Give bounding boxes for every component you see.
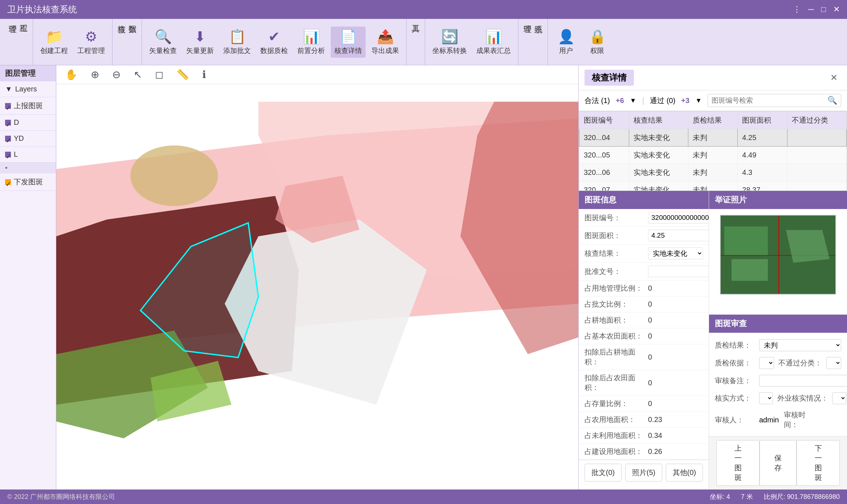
cell-check: 实地未变化 bbox=[629, 147, 688, 164]
check-details-button[interactable]: 📄 核查详情 bbox=[331, 26, 366, 58]
create-project-icon: 📁 bbox=[46, 29, 63, 45]
review-action-bar: 上一图斑 保存 下一图斑 bbox=[709, 436, 847, 489]
review-field-select[interactable] bbox=[832, 392, 846, 404]
title-bar: 卫片执法核查系统 ⋮ ─ □ ✕ bbox=[0, 0, 847, 19]
user-label: 用户 bbox=[559, 46, 573, 56]
filter2-dropdown-icon[interactable]: ▼ bbox=[695, 97, 702, 105]
table-row[interactable]: 320...04 实地未变化 未判 4.25 bbox=[579, 129, 847, 147]
prev-block-button[interactable]: 上一图斑 bbox=[716, 440, 760, 486]
batch-file-button[interactable]: 批文(0) bbox=[585, 464, 622, 482]
review-basis-select[interactable] bbox=[759, 357, 774, 369]
select-tool[interactable]: ↖ bbox=[131, 67, 145, 82]
pan-tool[interactable]: ✋ bbox=[62, 67, 81, 82]
form-field-7: 0 bbox=[648, 332, 703, 340]
map-area: ✋ ⊕ ⊖ ↖ ◻ 📏 ℹ bbox=[56, 65, 578, 489]
status-copyright: © 2022 广州都市圈网络科技有限公司 bbox=[7, 492, 115, 501]
next-block-button[interactable]: 下一图斑 bbox=[797, 440, 840, 486]
layer-checkbox-xiafa[interactable]: ✓ bbox=[5, 179, 11, 185]
result-table-button[interactable]: 📊 成果表汇总 bbox=[473, 26, 514, 58]
cell-area: 4.49 bbox=[738, 147, 787, 164]
add-batch-label: 添加批文 bbox=[223, 46, 251, 56]
form-buttons: 批文(0) 照片(5) 其他(0) bbox=[579, 460, 709, 485]
review-basis-row: 质检依据： 不通过分类： bbox=[715, 354, 841, 372]
form-field-1[interactable] bbox=[648, 230, 709, 241]
search-icon[interactable]: 🔍 bbox=[827, 96, 837, 105]
maximize-button[interactable]: □ bbox=[821, 5, 826, 14]
layer-item-yd[interactable]: ✓ YD bbox=[0, 131, 56, 147]
pre-analysis-button[interactable]: 📊 前置分析 bbox=[294, 26, 329, 58]
export-results-button[interactable]: 📤 导出成果 bbox=[368, 26, 403, 58]
cell-check: 实地未变化 bbox=[629, 181, 688, 191]
layer-checkbox-l[interactable]: ✓ bbox=[5, 152, 11, 157]
layer-checkbox-yd[interactable]: ✓ bbox=[5, 136, 11, 142]
add-batch-button[interactable]: 📋 添加批文 bbox=[220, 26, 254, 58]
map-canvas[interactable] bbox=[56, 84, 578, 489]
form-field-9: 0 bbox=[648, 379, 703, 387]
user-button[interactable]: 👤 用户 bbox=[551, 26, 581, 58]
form-field-12: 0.34 bbox=[648, 431, 703, 440]
other-button[interactable]: 其他(0) bbox=[666, 464, 703, 482]
zoom-out-tool[interactable]: ⊖ bbox=[109, 67, 123, 82]
layers-expand-icon[interactable]: ▼ bbox=[5, 85, 12, 93]
manage-project-button[interactable]: ⚙ 工程管理 bbox=[74, 26, 109, 58]
form-field-2[interactable]: 实地未变化 bbox=[648, 247, 703, 259]
table-row[interactable]: 320...06 实地未变化 未判 4.3 bbox=[579, 164, 847, 181]
minimize-button[interactable]: ─ bbox=[808, 5, 814, 14]
photo-thumbnail[interactable]: 红线标注区域 bbox=[720, 215, 836, 295]
form-row-8: 扣除后占耕地面积：0 bbox=[579, 344, 709, 370]
form-field-3[interactable] bbox=[648, 266, 709, 277]
layer-checkbox-d[interactable]: ✓ bbox=[5, 120, 11, 126]
form-field-6: 0 bbox=[648, 316, 703, 324]
check-details-close[interactable]: ✕ bbox=[827, 71, 841, 84]
layer-item-l[interactable]: ✓ L bbox=[0, 147, 56, 163]
result-table-label: 成果表汇总 bbox=[476, 46, 511, 56]
table-row[interactable]: 320...07 实地未变化 未判 28.37 bbox=[579, 181, 847, 191]
layer-item-xiafa[interactable]: ✓ 下发图斑 bbox=[0, 173, 56, 191]
form-label-2: 核查结果： bbox=[585, 249, 648, 258]
review-method-select[interactable] bbox=[759, 392, 773, 404]
cell-check: 实地未变化 bbox=[629, 164, 688, 181]
layer-item-shangbao[interactable]: ✓ 上报图斑 bbox=[0, 97, 56, 115]
form-field-5: 0 bbox=[648, 300, 703, 308]
vector-update-button[interactable]: ⬇ 矢量更新 bbox=[183, 26, 217, 58]
form-row-2: 核查结果：实地未变化 bbox=[579, 245, 709, 263]
review-panel-header: 图斑审查 bbox=[709, 315, 847, 333]
review-quality-select[interactable]: 未判 通过 不通过 bbox=[759, 339, 841, 351]
photo-button[interactable]: 照片(5) bbox=[625, 464, 662, 482]
layer-panel: 图层管理 ▼ Layers ✓ 上报图斑 ✓ D ✓ YD ✓ L • ✓ 下发… bbox=[0, 65, 56, 489]
check-details-label: 核查详情 bbox=[334, 46, 362, 56]
map-svg bbox=[56, 84, 578, 489]
data-quality-button[interactable]: ✔ 数据质检 bbox=[257, 26, 292, 58]
permission-button[interactable]: 🔒 权限 bbox=[583, 26, 612, 58]
toolbar-group-system: 👤 用户 🔒 权限 bbox=[548, 19, 615, 65]
review-field-label: 外业核实情况： bbox=[777, 393, 828, 403]
search-input[interactable] bbox=[712, 97, 827, 105]
filter1-plus: +6 bbox=[616, 97, 624, 105]
measure-tool[interactable]: 📏 bbox=[174, 67, 192, 82]
filter1-dropdown-icon[interactable]: ▼ bbox=[630, 97, 636, 105]
info-tool[interactable]: ℹ bbox=[199, 67, 209, 82]
check-details-title: 核查详情 bbox=[585, 70, 634, 86]
save-button[interactable]: 保存 bbox=[760, 440, 797, 486]
review-failtype-select[interactable] bbox=[826, 357, 841, 369]
close-button[interactable]: ✕ bbox=[833, 5, 840, 14]
zoom-in-tool[interactable]: ⊕ bbox=[88, 67, 102, 82]
vector-check-button[interactable]: 🔍 矢量检查 bbox=[146, 26, 180, 58]
form-label-3: 批准文号： bbox=[585, 267, 648, 276]
layer-item-d[interactable]: ✓ D bbox=[0, 115, 56, 131]
vector-update-icon: ⬇ bbox=[194, 29, 206, 45]
data-quality-label: 数据质检 bbox=[260, 46, 288, 56]
cell-area: 4.3 bbox=[738, 164, 787, 181]
create-project-button[interactable]: 📁 创建工程 bbox=[37, 26, 72, 58]
menu-icon[interactable]: ⋮ bbox=[793, 5, 801, 14]
table-row[interactable]: 320...05 实地未变化 未判 4.49 bbox=[579, 147, 847, 164]
review-remark-input[interactable] bbox=[759, 375, 847, 386]
coord-transform-button[interactable]: 🔄 坐标系转换 bbox=[429, 26, 471, 58]
cell-quality: 未判 bbox=[688, 181, 738, 191]
draw-rect-tool[interactable]: ◻ bbox=[152, 67, 166, 82]
review-remark-label: 审核备注： bbox=[715, 376, 755, 386]
layer-separator: • bbox=[0, 163, 56, 173]
col-header-check: 核查结果 bbox=[629, 112, 688, 129]
form-field-0[interactable] bbox=[648, 212, 709, 224]
layer-checkbox-shangbao[interactable]: ✓ bbox=[5, 103, 11, 109]
